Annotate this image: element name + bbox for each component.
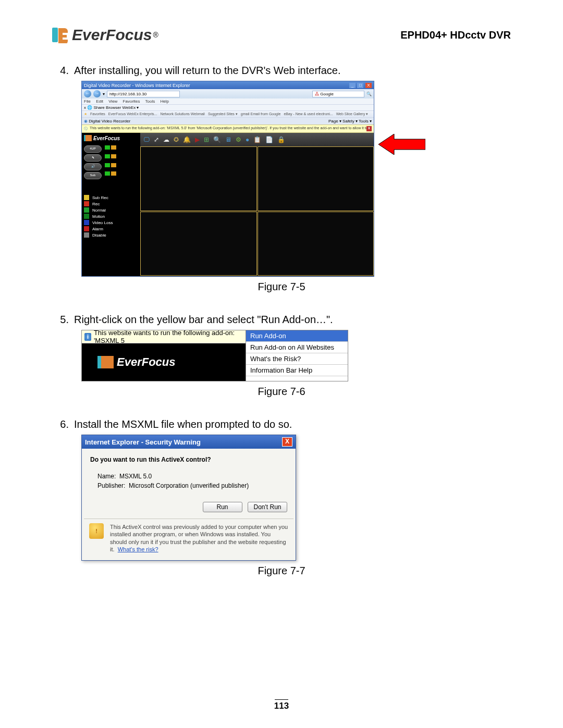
tool-icon[interactable]: ▶ <box>195 136 200 143</box>
tool-icon[interactable]: ✪ <box>174 136 179 143</box>
globe-icon: 🌐 <box>87 105 92 110</box>
step-text: Right-click on the yellow bar and select… <box>74 314 333 326</box>
address-bar: ← → ▾ http://192.168.10.30 ⁂ Google 🔍 <box>82 89 374 98</box>
dialog-close-button[interactable]: X <box>282 437 292 447</box>
video-cell-1[interactable] <box>140 146 257 211</box>
tool-icon[interactable]: 🔒 <box>277 136 285 143</box>
tool-icon[interactable]: ☁ <box>163 136 169 143</box>
legend-disable: Disable <box>92 233 106 238</box>
dropdown-icon[interactable]: ▾ <box>103 92 105 96</box>
search-button[interactable]: 🔍 <box>366 92 372 96</box>
figure-7-7-dialog: Internet Explorer - Security Warning X D… <box>81 435 296 561</box>
brand-logo: EverFocus ® <box>52 26 158 44</box>
tool-icon[interactable]: 🔍 <box>213 136 221 143</box>
dvr-toolbar: 🖵 ⤢ ☁ ✪ 🔔 ▶ ⊞ 🔍 🖥 ⚙ ● 📋 📄 🔒 <box>140 133 374 146</box>
tool-icon[interactable]: ⤢ <box>154 136 159 143</box>
logo-icon <box>52 27 69 43</box>
tool-icon[interactable]: 📄 <box>265 136 273 143</box>
tool-icon[interactable]: 📋 <box>253 136 261 143</box>
step-4: 4. After installing, you will return to … <box>52 65 511 77</box>
fav-link-6[interactable]: Web Slice Gallery ▾ <box>336 112 368 116</box>
ie-titlebar: Digital Video Recorder - Windows Interne… <box>82 81 374 89</box>
indicator <box>111 163 116 167</box>
info-bar[interactable]: ⓘ This website wants to run the followin… <box>82 125 374 133</box>
menu-bar: File Edit View Favorites Tools Help <box>82 98 374 104</box>
dvr-logo-icon <box>84 135 92 141</box>
dont-run-button[interactable]: Don't Run <box>248 502 287 512</box>
infobar-text: This website wants to run the following … <box>88 126 366 131</box>
tool-icon[interactable]: 🔔 <box>183 136 191 143</box>
dialog-buttons: Run Don't Run <box>82 497 296 519</box>
star-icon[interactable]: ★ <box>84 112 87 116</box>
fav-link-1[interactable]: EverFocus WebEx Enterpris... <box>108 112 157 116</box>
btn-ptz[interactable]: ⬉ <box>84 154 102 162</box>
figure-7-5: Digital Video Recorder - Windows Interne… <box>81 81 376 277</box>
tool-icon[interactable]: ⚙ <box>236 136 241 143</box>
run-button[interactable]: Run <box>203 502 242 512</box>
menu-favorites[interactable]: Favorites <box>123 99 140 104</box>
whats-the-risk-link[interactable]: What's the risk? <box>118 546 158 552</box>
maximize-button[interactable]: □ <box>357 83 363 88</box>
dvr-sidebar: EverFocus 4UP ⬉ 🔊 Sub <box>82 133 140 276</box>
svg-rect-0 <box>52 28 58 42</box>
share-close[interactable]: x <box>84 105 86 110</box>
forward-button[interactable]: → <box>93 90 101 97</box>
menu-infobar-help[interactable]: Information Bar Help <box>246 365 348 376</box>
fav-link-5[interactable]: eBay - New & used electroni... <box>284 112 333 116</box>
publisher-row: Publisher: Microsoft Corporation (unveri… <box>90 482 287 489</box>
share-bar: x 🌐 Share Browser WebEx ▾ <box>82 104 374 110</box>
menu-file[interactable]: File <box>84 99 91 104</box>
tool-icon[interactable]: ● <box>246 136 249 143</box>
video-cell-2[interactable] <box>258 146 374 211</box>
page-number: 113 <box>0 699 563 711</box>
fav-link-3[interactable]: Suggested Sites ▾ <box>208 112 238 116</box>
logo-icon <box>97 356 114 368</box>
btn-audio[interactable]: 🔊 <box>84 163 102 170</box>
dvr-logo: EverFocus <box>84 135 138 141</box>
menu-run-all[interactable]: Run Add-on on All Websites <box>246 342 348 353</box>
minimize-button[interactable]: _ <box>349 83 356 88</box>
menu-tools[interactable]: Tools <box>145 99 155 104</box>
fav-link-4[interactable]: gmail Email from Google <box>241 112 281 116</box>
menu-run-addon[interactable]: Run Add-on <box>246 330 348 342</box>
url-field[interactable]: http://192.168.10.30 <box>107 91 180 97</box>
btn-sub[interactable]: Sub <box>84 172 102 179</box>
caption-7-6: Figure 7-6 <box>52 386 511 398</box>
tab-tools[interactable]: Page ▾ Safety ▾ Tools ▾ <box>328 119 372 124</box>
info-bar[interactable]: i This website wants to run the followin… <box>82 330 246 343</box>
window-controls: _ □ X <box>349 82 372 88</box>
indicator <box>105 154 110 158</box>
indicator <box>111 145 116 150</box>
legend-normal: Normal <box>92 208 106 213</box>
tab[interactable]: ◉ Digital Video Recorder <box>84 119 130 124</box>
tool-icon[interactable]: ⊞ <box>204 136 209 143</box>
legend-motion: Motion <box>92 214 105 219</box>
step-number: 4. <box>52 65 74 77</box>
menu-whats-risk[interactable]: What's the Risk? <box>246 353 348 365</box>
tab-bar: ◉ Digital Video Recorder Page ▾ Safety ▾… <box>82 117 374 125</box>
step-text: Install the MSXML file when prompted to … <box>74 418 292 430</box>
video-cell-3[interactable] <box>140 212 257 276</box>
red-arrow-annotation <box>378 134 425 155</box>
menu-help[interactable]: Help <box>161 99 169 104</box>
search-field[interactable]: ⁂ Google <box>312 91 364 97</box>
tool-icon[interactable]: 🖥 <box>225 136 231 143</box>
favorites-bar: ★ Favorites EverFocus WebEx Enterpris...… <box>82 110 374 117</box>
step-6: 6. Install the MSXML file when prompted … <box>52 418 511 430</box>
legend-subrec: Sub Rec <box>92 195 108 200</box>
step-text: After installing, you will return to the… <box>74 65 340 77</box>
menu-view[interactable]: View <box>108 99 117 104</box>
infobar-close[interactable]: x <box>366 126 372 131</box>
share-label[interactable]: Share Browser WebEx ▾ <box>93 105 139 110</box>
context-menu: Run Add-on Run Add-on on All Websites Wh… <box>246 330 348 381</box>
btn-4up[interactable]: 4UP <box>84 145 102 153</box>
close-button[interactable]: X <box>365 83 372 88</box>
brand-name: EverFocus <box>72 26 152 44</box>
video-cell-4[interactable] <box>258 212 374 276</box>
dvr-main: 🖵 ⤢ ☁ ✪ 🔔 ▶ ⊞ 🔍 🖥 ⚙ ● 📋 📄 🔒 <box>140 133 374 276</box>
menu-edit[interactable]: Edit <box>96 99 103 104</box>
fav-link-2[interactable]: Network Solutions Webmail <box>160 112 204 116</box>
back-button[interactable]: ← <box>84 90 91 97</box>
tool-icon[interactable]: 🖵 <box>143 136 150 143</box>
indicator <box>111 171 116 176</box>
